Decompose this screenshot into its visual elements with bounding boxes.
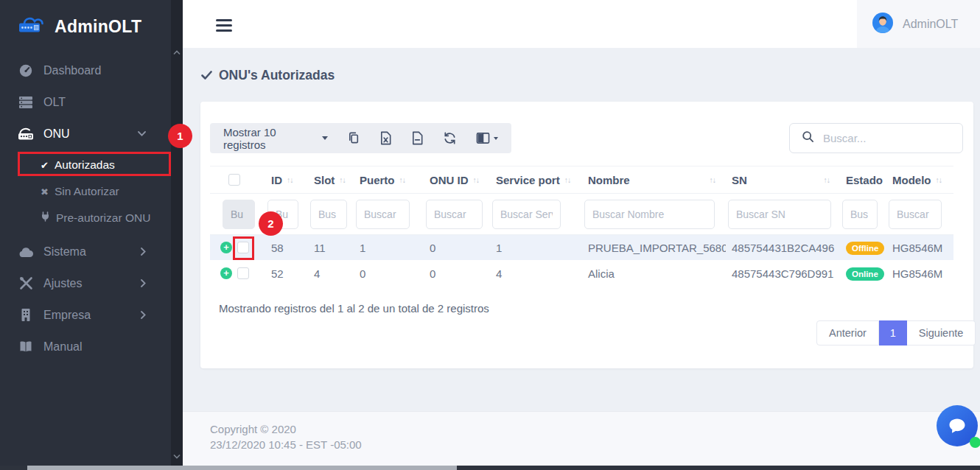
column-header-service-port[interactable]: Service port↑↓ — [490, 174, 582, 186]
sort-icon[interactable]: ↑↓ — [339, 175, 346, 184]
sidebar-item-ajustes[interactable]: Ajustes — [0, 267, 171, 299]
column-header-id[interactable]: ID↑↓ — [265, 174, 308, 186]
status-badge: Offline — [846, 242, 884, 255]
cell-onu-id: 0 — [424, 242, 490, 254]
adminolt-app: { "colors": { "primary": "#6777ef", "log… — [0, 0, 980, 470]
sidebar-item-sin-autorizar[interactable]: ✖ Sin Autorizar — [0, 178, 171, 205]
scroll-down-icon[interactable] — [173, 454, 181, 459]
chevron-right-icon — [141, 311, 146, 319]
sort-icon[interactable]: ↑↓ — [473, 175, 480, 184]
column-header-onu-id[interactable]: ONU ID↑↓ — [424, 174, 490, 186]
expand-row-button[interactable]: + — [220, 242, 232, 253]
user-menu[interactable]: AdminOLT — [857, 0, 980, 48]
cell-modelo: HG8546M — [886, 267, 953, 280]
select-all-checkbox[interactable] — [228, 174, 240, 186]
status-badge: Online — [846, 267, 884, 281]
sort-icon[interactable]: ↑↓ — [710, 175, 716, 184]
filter-sn-input[interactable] — [728, 200, 831, 229]
refresh-button[interactable] — [443, 131, 457, 145]
global-search — [789, 123, 963, 153]
column-header-slot[interactable]: Slot↑↓ — [308, 174, 354, 186]
chevron-right-icon — [141, 279, 146, 287]
current-page-button[interactable]: 1 — [879, 320, 907, 346]
brand[interactable]: AdminOLT — [0, 0, 171, 40]
column-header-puerto[interactable]: Puerto↑↓ — [354, 174, 424, 186]
cell-service-port: 4 — [490, 267, 582, 280]
sidebar-item-label: Sistema — [43, 245, 86, 259]
expand-row-button[interactable]: + — [220, 267, 232, 279]
caret-down-icon — [322, 136, 328, 140]
datetime-text: 23/12/2020 10:45 - EST -05:00 — [210, 437, 980, 452]
sort-icon[interactable]: ↑↓ — [399, 175, 406, 184]
table-summary: Mostrando registros del 1 al 2 de un tot… — [219, 302, 489, 315]
column-visibility-button[interactable] — [476, 132, 498, 144]
page-footer: Copyright © 2020 23/12/2020 10:45 - EST … — [183, 411, 980, 466]
cell-modelo: HG8546M — [886, 242, 953, 254]
plug-icon — [41, 211, 50, 225]
sidebar-item-label: Empresa — [43, 309, 91, 322]
sidebar-item-sistema[interactable]: Sistema — [0, 236, 171, 267]
cell-id: 52 — [265, 267, 308, 280]
sort-icon[interactable]: ↑↓ — [824, 175, 830, 184]
next-page-button[interactable]: Siguiente — [907, 320, 976, 346]
cell-nombre: PRUEBA_IMPORTAR_5680 — [582, 242, 726, 254]
book-icon — [18, 340, 34, 353]
cell-puerto: 1 — [354, 242, 424, 254]
export-file-button[interactable] — [411, 131, 424, 145]
avatar — [872, 13, 893, 36]
filter-slot-input[interactable] — [310, 200, 347, 229]
cell-nombre: Alicia — [582, 267, 726, 280]
column-header-modelo[interactable]: Modelo↑↓ — [886, 174, 953, 186]
chevron-right-icon — [141, 248, 146, 256]
annotation-step-1: 1 — [168, 124, 192, 148]
annotation-box-autorizadas — [18, 152, 171, 176]
user-name: AdminOLT — [903, 18, 958, 31]
filter-puerto-input[interactable] — [356, 200, 410, 229]
sidebar-scrollbar[interactable] — [171, 0, 183, 466]
sort-icon[interactable]: ↑↓ — [936, 175, 942, 184]
modem-icon — [18, 127, 34, 141]
hamburger-menu-icon[interactable] — [216, 19, 232, 35]
table-header-row: ID↑↓ Slot↑↓ Puerto↑↓ ONU ID↑↓ Service po… — [210, 166, 953, 194]
sidebar-item-empresa[interactable]: Empresa — [0, 299, 171, 331]
length-menu-dropdown[interactable]: Mostrar 10 registros — [223, 126, 328, 151]
sidebar-item-manual[interactable]: Manual — [0, 331, 171, 362]
previous-page-button[interactable]: Anterior — [816, 320, 879, 346]
search-input[interactable] — [823, 132, 947, 144]
column-header-sn[interactable]: SN↑↓ — [726, 174, 840, 186]
row-checkbox[interactable] — [237, 267, 249, 279]
column-header-nombre[interactable]: Nombre↑↓ — [582, 174, 726, 186]
building-icon — [18, 308, 34, 322]
page-title-text: ONU's Autorizadas — [219, 68, 335, 83]
copy-button[interactable] — [347, 131, 360, 145]
length-menu-label: Mostrar 10 registros — [223, 126, 317, 151]
scroll-up-icon[interactable] — [173, 50, 181, 55]
x-icon: ✖ — [41, 187, 49, 197]
filter-nombre-input[interactable] — [584, 200, 715, 229]
horizontal-scrollbar-thumb[interactable] — [27, 466, 457, 470]
cell-id: 58 — [265, 242, 308, 254]
sidebar-item-label: Pre-autorizar ONU — [56, 211, 150, 225]
sidebar-item-olt[interactable]: OLT — [0, 86, 171, 118]
sort-icon[interactable]: ↑↓ — [564, 175, 571, 184]
sidebar-item-dashboard[interactable]: Dashboard — [0, 55, 171, 86]
filter-service-port-input[interactable] — [492, 200, 561, 229]
export-excel-button[interactable] — [379, 131, 392, 145]
filter-estado-input[interactable] — [842, 200, 878, 229]
filter-modelo-input[interactable] — [889, 200, 942, 229]
sort-icon[interactable]: ↑↓ — [287, 175, 293, 184]
sidebar-item-label: Ajustes — [43, 277, 82, 290]
horizontal-scrollbar[interactable] — [0, 466, 980, 470]
filter-onu-id-input[interactable] — [426, 200, 483, 229]
sidebar-item-onu[interactable]: ONU — [0, 118, 171, 150]
chat-online-dot — [970, 437, 980, 448]
sidebar-item-label: Dashboard — [43, 64, 101, 77]
filter-select-input[interactable] — [223, 200, 255, 229]
cell-slot: 4 — [308, 267, 354, 280]
cell-puerto: 0 — [354, 267, 424, 280]
caret-down-icon — [494, 137, 498, 140]
cell-sn: 485754431B2CA496 — [726, 242, 840, 254]
tools-icon — [18, 276, 34, 290]
sidebar-item-pre-autorizar[interactable]: Pre-autorizar ONU — [0, 205, 171, 231]
check-icon — [201, 68, 212, 83]
